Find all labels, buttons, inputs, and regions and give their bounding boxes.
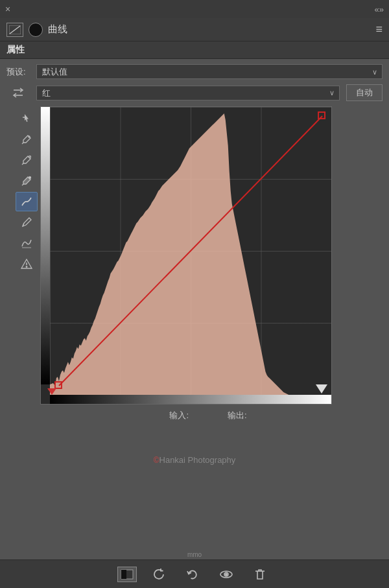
eyedropper-black[interactable] [16, 130, 38, 149]
top-bar: × «» [0, 0, 389, 18]
curve-edit-tool[interactable] [16, 192, 38, 211]
channel-select[interactable]: RGB 红 绿 蓝 [36, 86, 340, 100]
panel-title: 曲线 [48, 23, 67, 36]
undo-icon [185, 567, 200, 582]
bottom-right-handle[interactable] [316, 384, 327, 394]
output-label: 输出: [228, 410, 247, 421]
panel: 预设: 默认值 自定义 增强对比度 降低对比度 RGB 红 绿 [0, 59, 389, 429]
svg-point-16 [226, 573, 227, 574]
svg-rect-10 [318, 112, 325, 119]
bottom-toolbar [0, 559, 389, 588]
close-icon[interactable]: × [5, 4, 10, 14]
left-gradient [41, 107, 50, 384]
pointer-tool[interactable] [16, 109, 38, 128]
preset-select-wrapper: 默认值 自定义 增强对比度 降低对比度 [36, 64, 383, 79]
properties-label: 属性 [0, 41, 389, 59]
channel-row: RGB 红 绿 蓝 自动 [6, 84, 383, 101]
eyedropper-white[interactable] [16, 171, 38, 191]
input-label: 输入: [169, 410, 189, 421]
refresh-button[interactable] [147, 565, 171, 584]
curves-preview-icon [9, 25, 21, 34]
smooth-tool[interactable] [16, 233, 38, 253]
preset-label: 预设: [6, 66, 30, 78]
transfer-icon[interactable] [11, 86, 25, 100]
svg-point-3 [29, 177, 31, 179]
svg-point-2 [29, 156, 31, 158]
watermark-copyright: © [154, 456, 159, 465]
main-area: 输入: 输出: [6, 106, 383, 424]
channel-select-wrapper: RGB 红 绿 蓝 [36, 86, 340, 100]
trash-icon [253, 567, 267, 582]
mask-button[interactable] [117, 567, 137, 582]
menu-icon[interactable]: ≡ [375, 23, 383, 36]
watermark-text: Hankai Photography [159, 455, 236, 465]
curve-svg [50, 107, 331, 395]
left-toolbar [13, 106, 40, 424]
curve-area: 输入: 输出: [40, 106, 376, 424]
refresh-icon [152, 567, 166, 582]
pixel-count: mmo [0, 550, 389, 559]
eye-icon [219, 567, 233, 582]
svg-point-1 [29, 136, 30, 137]
io-row: 输入: 输出: [40, 405, 376, 424]
trash-button[interactable] [248, 565, 272, 584]
auto-button[interactable]: 自动 [346, 84, 383, 101]
header: 曲线 ≡ [0, 18, 389, 41]
watermark: ©Hankai Photography [0, 429, 389, 478]
pencil-tool[interactable] [16, 213, 38, 232]
header-icon-box [6, 23, 23, 37]
preset-select[interactable]: 默认值 自定义 增强对比度 降低对比度 [36, 64, 383, 79]
bottom-gradient [50, 395, 331, 404]
eyedropper-gray[interactable] [16, 150, 38, 170]
bottom-left-handle[interactable] [47, 388, 56, 395]
curve-container[interactable] [40, 106, 332, 405]
undo-button[interactable] [181, 565, 204, 584]
header-circle [29, 23, 43, 37]
preset-row: 预设: 默认值 自定义 增强对比度 降低对比度 [6, 64, 383, 79]
arrows-icon[interactable]: «» [375, 5, 384, 14]
warning-tool[interactable] [16, 254, 38, 274]
svg-rect-13 [121, 570, 126, 579]
svg-point-7 [26, 266, 27, 268]
eye-button[interactable] [215, 565, 238, 584]
mask-icon [121, 569, 134, 580]
